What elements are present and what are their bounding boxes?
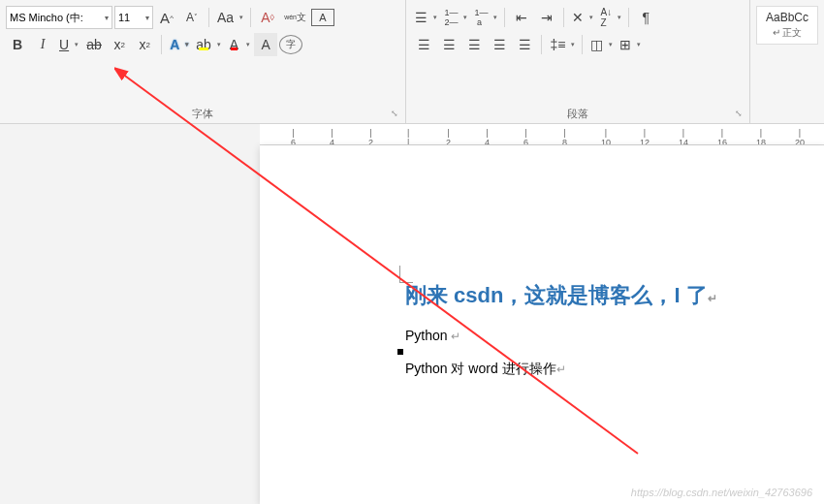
style-name: ↵ 正文 [765, 26, 809, 40]
bullets-button[interactable]: ☰ [412, 6, 439, 29]
clear-format-button[interactable]: A◊ [256, 6, 279, 29]
para-dialog-launcher[interactable]: ⤡ [735, 109, 746, 120]
styles-group: AaBbCc ↵ 正文 [750, 0, 824, 123]
phonetic-button[interactable]: wén文 [281, 6, 309, 29]
decrease-indent-button[interactable]: ⇤ [510, 6, 533, 29]
style-preview: AaBbCc [765, 11, 809, 24]
align-distribute-button[interactable]: ☰ [513, 33, 536, 56]
borders-button[interactable]: ⊞ [617, 33, 643, 56]
document-title[interactable]: 刚来 csdn，这就是博客么，I 了↵ [405, 281, 795, 310]
bold-button[interactable]: B [6, 33, 29, 56]
document-line-1[interactable]: Python ↵ [405, 328, 795, 343]
style-normal[interactable]: AaBbCc ↵ 正文 [756, 6, 818, 45]
superscript-button[interactable]: x2 [133, 33, 156, 56]
line-spacing-button[interactable]: ‡≡ [547, 33, 577, 56]
align-right-button[interactable]: ☰ [462, 33, 486, 56]
grow-font-button[interactable]: A^ [155, 6, 178, 29]
watermark: https://blog.csdn.net/weixin_42763696 [631, 487, 812, 498]
change-case-button[interactable]: Aa [214, 6, 245, 29]
align-left-button[interactable]: ☰ [412, 33, 435, 56]
align-justify-button[interactable]: ☰ [488, 33, 511, 56]
increase-indent-button[interactable]: ⇥ [535, 6, 558, 29]
multilevel-button[interactable]: 1— a [471, 6, 499, 29]
subscript-button[interactable]: x2 [108, 33, 131, 56]
enclose-char-button[interactable]: 字 [279, 35, 302, 54]
font-color-button[interactable]: A [225, 33, 252, 56]
italic-button[interactable]: I [31, 33, 54, 56]
show-marks-button[interactable]: ¶ [634, 6, 657, 29]
cursor-indicator [399, 266, 413, 283]
font-name-select[interactable]: MS Mincho (中:▾ [6, 6, 112, 29]
strikethrough-button[interactable]: ab [82, 33, 106, 56]
horizontal-ruler[interactable]: |8||6||4||2||||2||4||6||8||10||12||14||1… [260, 124, 824, 145]
bullet-marker [397, 349, 403, 355]
ltr-button[interactable]: ✕ [569, 6, 595, 29]
paragraph-group: ☰ 1—2— 1— a ⇤ ⇥ ✕ A↓Z ¶ ☰ ☰ ☰ ☰ ☰ ‡≡ ◫ ⊞… [406, 0, 750, 123]
sort-button[interactable]: A↓Z [597, 6, 623, 29]
shrink-font-button[interactable]: A˅ [180, 6, 204, 29]
paragraph-group-label: 段落 [412, 103, 744, 121]
document-line-2[interactable]: Python 对 word 进行操作↵ [405, 361, 795, 378]
char-shading-button[interactable]: A [254, 33, 277, 56]
shading-button[interactable]: ◫ [587, 33, 615, 56]
numbering-button[interactable]: 1—2— [441, 6, 469, 29]
font-dialog-launcher[interactable]: ⤡ [391, 109, 402, 120]
font-size-select[interactable]: 11▾ [114, 6, 153, 29]
font-group-label: 字体 [6, 103, 399, 121]
font-group: MS Mincho (中:▾ 11▾ A^ A˅ Aa A◊ wén文 A B … [0, 0, 406, 123]
highlight-button[interactable]: ab [193, 33, 223, 56]
char-border-button[interactable]: A [311, 9, 334, 26]
document-page[interactable]: 刚来 csdn，这就是博客么，I 了↵ Python ↵ Python 对 wo… [260, 145, 824, 504]
align-center-button[interactable]: ☰ [437, 33, 460, 56]
underline-button[interactable]: U [56, 33, 80, 56]
text-effects-button[interactable]: A [167, 33, 191, 56]
ribbon: MS Mincho (中:▾ 11▾ A^ A˅ Aa A◊ wén文 A B … [0, 0, 824, 124]
